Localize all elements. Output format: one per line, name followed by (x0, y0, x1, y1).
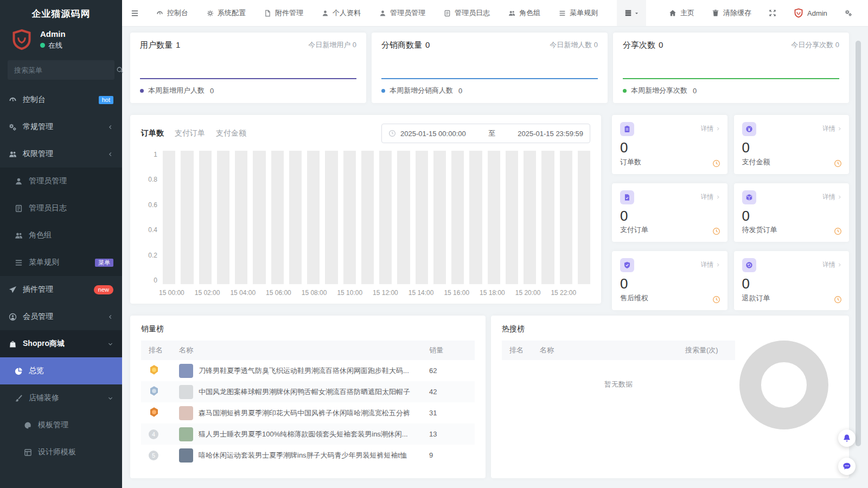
sidebar-item-member[interactable]: 会员管理 (0, 303, 122, 330)
chart-bar (469, 151, 482, 284)
menu-search-input[interactable] (8, 66, 116, 74)
summary-value: 0 (659, 40, 663, 49)
navbar-tab-admins[interactable]: 管理员管理 (370, 0, 435, 26)
chart-tab-0[interactable]: 订单数 (141, 129, 164, 138)
sidebar-item-general[interactable]: 常规管理 (0, 113, 122, 140)
col-search-count: 搜索量(次) (685, 345, 727, 355)
template-icon (24, 448, 32, 457)
navbar-tab-attachment[interactable]: 附件管理 (255, 0, 312, 26)
sidebar-item-decorate[interactable]: 店铺装修 (0, 384, 122, 412)
sales-value: 13 (429, 430, 467, 438)
sidebar-item-rolegroup[interactable]: 角色组 (0, 222, 122, 249)
sales-table-row[interactable]: 刀锋男鞋夏季透气防臭飞织运动鞋男潮流百搭休闲网面跑步鞋大码...62 (141, 360, 475, 381)
home-label: 主页 (680, 8, 694, 18)
caret-down-icon (634, 11, 639, 16)
sidebar-item-label: 管理员日志 (29, 203, 113, 213)
navbar-tab-config[interactable]: 系统配置 (197, 0, 255, 26)
settings-button[interactable] (836, 0, 861, 26)
fullscreen-button[interactable] (760, 0, 785, 26)
sidebar-item-overview[interactable]: 总览 (0, 357, 122, 384)
users-icon (508, 10, 515, 17)
notification-button[interactable] (838, 429, 856, 447)
chart-bar (451, 151, 464, 284)
sales-table-row[interactable]: 5嘻哈休闲运动套装男士夏季潮牌ins胖子大码青少年男装短裤短袖t恤9 (141, 445, 475, 466)
home-button[interactable]: 主页 (660, 0, 703, 26)
doccheck-icon (623, 194, 631, 201)
hamburger-icon (131, 9, 139, 17)
clear-cache-button[interactable]: 清除缓存 (703, 0, 760, 26)
sidebar-item-designer[interactable]: 设计师模板 (0, 439, 122, 466)
date-end-input[interactable]: 2025-01-15 23:59:59 (518, 130, 583, 138)
sidebar-toggle-button[interactable] (122, 0, 147, 26)
chat-button[interactable] (838, 458, 856, 475)
chart-bar (289, 151, 302, 284)
rank-cell: 4 (149, 429, 179, 439)
detail-link[interactable]: 详情 (701, 192, 720, 202)
admin-user-menu[interactable]: Admin (785, 0, 836, 26)
summary-title: 分享次数0 (623, 40, 663, 50)
clock-icon (834, 159, 842, 168)
users-icon (15, 232, 23, 240)
empty-donut-chart (739, 341, 828, 429)
sidebar-item-menurule[interactable]: 菜单规则菜单 (0, 249, 122, 276)
chart-bar (488, 151, 500, 284)
chart-bar (541, 151, 554, 284)
sidebar-item-console[interactable]: 控制台hot (0, 86, 122, 113)
gear-icon (207, 10, 214, 17)
member-icon (9, 313, 17, 321)
chart-y-axis: 10.80.60.40.20 (141, 151, 163, 298)
x-tick-label: 15 00:00 (159, 289, 184, 297)
y-tick-label: 0.2 (148, 252, 157, 259)
brush-icon (15, 394, 23, 402)
detail-link[interactable]: 详情 (701, 124, 720, 133)
chart-bar (343, 151, 356, 284)
detail-link[interactable]: 详情 (822, 260, 842, 269)
x-tick-label: 15 08:00 (302, 289, 327, 297)
sidebar-item-auth[interactable]: 权限管理 (0, 140, 122, 168)
chart-bar (163, 151, 175, 284)
sales-table-row[interactable]: 4猫人男士睡衣男夏季100%纯棉薄款圆领套头短袖套装男ins潮休闲...13 (141, 423, 475, 445)
detail-link[interactable]: 详情 (822, 192, 842, 202)
sidebar-item-shopro[interactable]: Shopro商城 (0, 330, 122, 357)
chevron-left-icon (107, 314, 113, 320)
sales-table-row[interactable]: 森马国潮短裤男夏季潮印花大码中国风裤子休闲嘻哈潮流宽松五分裤31 (141, 402, 475, 423)
main-content: 用户数量1今日新增用户 0本周新增用户人数0分销商数量0今日新增人数 0本周新增… (122, 26, 868, 488)
stat-value: 0 (620, 276, 719, 292)
detail-link[interactable]: 详情 (822, 124, 842, 133)
x-tick-label: 15 20:00 (515, 289, 541, 297)
clock-icon (834, 296, 842, 304)
user-icon (379, 10, 386, 17)
user-status[interactable]: 在线 (40, 41, 66, 50)
col-name: 名称 (540, 345, 685, 355)
chart-bar (506, 151, 518, 284)
sidebar-item-addon[interactable]: 插件管理new (0, 276, 122, 303)
clock-icon (712, 296, 720, 304)
bag-icon (9, 340, 17, 348)
sidebar-item-adminlog[interactable]: 管理员日志 (0, 195, 122, 222)
menu-badge: hot (99, 96, 113, 104)
navbar-tab-rolegroup[interactable]: 角色组 (499, 0, 550, 26)
navbar-tab-menurule[interactable]: 菜单规则 (550, 0, 607, 26)
date-start-input[interactable]: 2025-01-15 00:00:00 (400, 130, 466, 138)
detail-link[interactable]: 详情 (701, 260, 720, 269)
sidebar-item-admins[interactable]: 管理员管理 (0, 168, 122, 195)
sales-rank-card: 销量榜 排名 名称 销量 刀锋男鞋夏季透气防臭飞织运动鞋男潮流百搭休闲网面跑步鞋… (130, 316, 486, 478)
navbar-tab-label: 控制台 (167, 8, 188, 18)
x-tick-label: 15 22:00 (551, 289, 576, 297)
sidebar-item-template[interactable]: 模板管理 (0, 412, 122, 439)
chat-icon (843, 462, 851, 471)
chart-tab-2[interactable]: 支付金额 (216, 129, 246, 138)
vertical-scrollbar[interactable] (856, 41, 861, 446)
summary-today: 今日新增用户 0 (308, 40, 356, 50)
navbar-tab-profile[interactable]: 个人资料 (312, 0, 370, 26)
date-range-picker[interactable]: 2025-01-15 00:00:00 至 2025-01-15 23:59:5… (381, 124, 590, 143)
tabs-dropdown-button[interactable] (617, 0, 646, 26)
stat-icon-badge (620, 122, 634, 136)
navbar-tab-adminlog[interactable]: 管理员日志 (435, 0, 499, 26)
sidebar-item-label: 店铺装修 (29, 393, 101, 403)
sales-table-row[interactable]: 中国风龙图案棒球帽男潮牌休闲鸭舌帽女潮流百搭防晒遮阳太阳帽子42 (141, 381, 475, 402)
x-tick-label: 15 14:00 (409, 289, 434, 297)
navbar-tab-console[interactable]: 控制台 (147, 0, 197, 26)
stat-value: 0 (742, 140, 841, 156)
chart-tab-1[interactable]: 支付订单 (175, 129, 205, 138)
